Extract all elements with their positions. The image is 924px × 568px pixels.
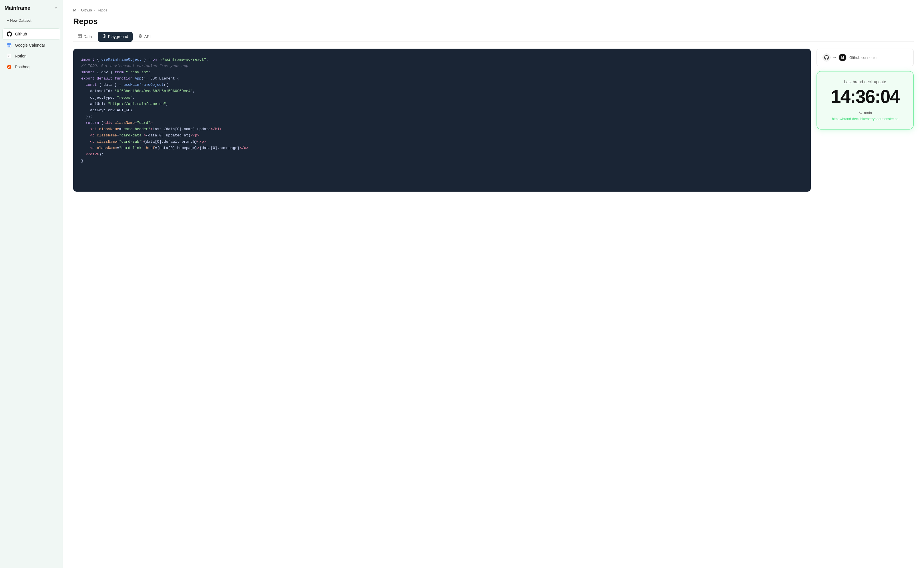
preview-label: Last brand-deck update <box>824 80 906 84</box>
breadcrumb-sep-2: › <box>94 8 95 12</box>
sidebar-item-github-label: Github <box>15 32 27 36</box>
breadcrumb: M › Github › Repos <box>73 8 914 12</box>
tab-playground-label: Playground <box>108 34 128 39</box>
sidebar-item-google-calendar[interactable]: 12 Google Calendar <box>2 40 60 51</box>
new-dataset-button[interactable]: + New Dataset <box>3 16 59 25</box>
code-line-19: </div>); <box>81 151 803 157</box>
code-editor[interactable]: import { useMainframeObject } from "@mai… <box>73 48 811 192</box>
svg-rect-2 <box>7 44 11 45</box>
code-line-15: <h1 className="card-header">Last {data[0… <box>81 126 803 132</box>
svg-point-8 <box>9 66 10 67</box>
breadcrumb-sep-1: › <box>78 8 79 12</box>
connector-card: → M Github connector <box>817 48 914 66</box>
preview-time: 14:36:04 <box>824 88 906 106</box>
svg-point-15 <box>859 111 860 112</box>
svg-rect-6 <box>7 54 11 58</box>
tab-api-label: API <box>144 34 151 39</box>
tab-data-label: Data <box>83 34 92 39</box>
page-title: Repos <box>73 17 914 26</box>
code-line-11: apiKey: env.API_KEY <box>81 107 803 113</box>
code-line-9: objectType: "repos", <box>81 95 803 101</box>
code-line-14: return (<div className="card"> <box>81 120 803 126</box>
preview-url[interactable]: https://brand-deck.blueberrypearmonster.… <box>824 117 906 121</box>
svg-text:12: 12 <box>8 45 10 47</box>
breadcrumb-repos: Repos <box>96 8 107 12</box>
svg-rect-9 <box>78 34 81 38</box>
notion-icon <box>6 53 12 59</box>
svg-point-16 <box>861 113 862 114</box>
playground-icon <box>102 34 106 39</box>
breadcrumb-m[interactable]: M <box>73 8 76 12</box>
mainframe-connector-icon: M <box>838 53 847 62</box>
code-line-3: // TODO: Get environment variables from … <box>81 63 803 69</box>
preview-branch-name: main <box>864 111 872 115</box>
svg-point-13 <box>104 35 105 36</box>
code-line-17: <p className="card-sub">{data[0].default… <box>81 139 803 145</box>
breadcrumb-github[interactable]: Github <box>81 8 92 12</box>
sidebar-item-posthog-label: Posthog <box>15 65 29 69</box>
preview-card: Last brand-deck update 14:36:04 main htt… <box>817 71 914 130</box>
sidebar-item-posthog[interactable]: Posthog <box>2 62 60 73</box>
tabs: Data Playground API <box>73 32 914 42</box>
sidebar-item-notion-label: Notion <box>15 54 26 58</box>
code-line-1: import { useMainframeObject } from "@mai… <box>81 57 803 63</box>
api-icon <box>139 34 142 39</box>
posthog-icon <box>6 64 12 70</box>
code-line-10: apiUrl: "https://api.mainframe.so", <box>81 101 803 107</box>
playground-area: import { useMainframeObject } from "@mai… <box>73 48 914 192</box>
main-content: M › Github › Repos Repos Data <box>63 0 924 568</box>
table-icon <box>78 34 82 39</box>
tab-api[interactable]: API <box>134 32 155 42</box>
app-title: Mainframe <box>5 5 30 11</box>
sidebar: Mainframe « + New Dataset Github 12 Goog… <box>0 0 63 568</box>
sidebar-item-notion[interactable]: Notion <box>2 51 60 62</box>
code-line-20: } <box>81 158 803 164</box>
github-icon <box>7 31 12 37</box>
sidebar-item-google-calendar-label: Google Calendar <box>15 43 45 47</box>
code-line-16: <p className="card-data">{data[0].update… <box>81 132 803 139</box>
right-panel: → M Github connector Last brand-deck upd… <box>817 48 914 130</box>
google-calendar-icon: 12 <box>6 42 12 48</box>
code-line-7: const { data } = useMainframeObject({ <box>81 82 803 88</box>
connector-arrow-icon: → <box>832 55 837 60</box>
code-line-6: export default function App(): JSX.Eleme… <box>81 76 803 82</box>
connector-icons: → M <box>823 53 847 62</box>
github-connector-icon <box>823 53 831 62</box>
code-line-8: datasetId: "0f68beb186c49ecc682b6b150600… <box>81 88 803 94</box>
branch-icon <box>858 110 862 115</box>
connector-label: Github connector <box>849 56 878 60</box>
sidebar-item-github[interactable]: Github <box>2 28 60 40</box>
sidebar-header: Mainframe « <box>0 5 63 16</box>
code-line-4: import { env } from "./env.ts"; <box>81 69 803 76</box>
code-line-12: }); <box>81 113 803 120</box>
sidebar-collapse-button[interactable]: « <box>53 5 58 11</box>
svg-point-14 <box>139 35 142 38</box>
tab-playground[interactable]: Playground <box>98 32 133 42</box>
preview-branch: main <box>824 110 906 115</box>
tab-data[interactable]: Data <box>73 32 96 42</box>
code-line-18: <a className="card-link" href={data[0].h… <box>81 145 803 151</box>
